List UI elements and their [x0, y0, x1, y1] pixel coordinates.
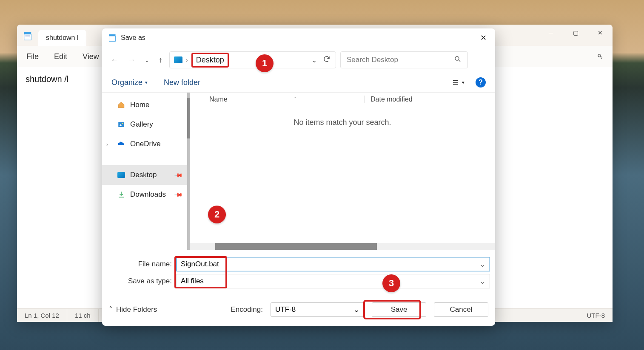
cancel-button[interactable]: Cancel	[434, 302, 488, 317]
new-folder-button[interactable]: New folder	[164, 78, 200, 87]
nav-item-desktop[interactable]: Desktop 📌	[102, 165, 187, 185]
empty-message: No items match your search.	[190, 118, 495, 127]
chevron-down-icon[interactable]: ⌄	[479, 260, 485, 269]
notepad-tab[interactable]: shutdown l	[38, 30, 86, 46]
filetype-select[interactable]: All files ⌄	[176, 274, 490, 288]
save-label: Save	[391, 305, 407, 314]
svg-point-14	[122, 123, 123, 124]
chevron-down-icon[interactable]: ⌄	[479, 277, 485, 286]
onedrive-icon	[117, 140, 125, 148]
bottom-row: ˄ Hide Folders Encoding: UTF-8 ⌄ Save Ca…	[102, 294, 495, 326]
saveas-titlebar: Save as ✕	[102, 28, 495, 47]
notepad-icon	[108, 34, 117, 42]
pin-icon: 📌	[174, 170, 183, 180]
filename-value: SignOut.bat	[181, 260, 219, 268]
menu-edit[interactable]: Edit	[54, 52, 67, 61]
nav-label: OneDrive	[130, 140, 161, 148]
menu-file[interactable]: File	[26, 52, 39, 61]
hide-folders-label: Hide Folders	[116, 305, 157, 314]
home-icon	[117, 101, 125, 109]
pin-icon: 📌	[174, 190, 183, 199]
cancel-label: Cancel	[450, 305, 473, 314]
chevron-down-icon: ⌄	[353, 305, 359, 314]
chevron-right-icon[interactable]: ›	[106, 141, 108, 147]
download-icon	[117, 191, 125, 198]
filename-label: File name:	[107, 260, 176, 268]
save-button[interactable]: Save	[372, 302, 426, 317]
address-dropdown-icon[interactable]: ⌄	[311, 56, 317, 64]
notepad-tab-label: shutdown l	[46, 34, 79, 41]
status-encoding: UTF-8	[579, 309, 613, 322]
status-cursor: Ln 1, Col 12	[17, 309, 67, 322]
hide-folders-button[interactable]: ˄ Hide Folders	[109, 305, 157, 314]
nav-label: Home	[130, 101, 149, 109]
back-arrow-icon[interactable]: ←	[111, 56, 118, 65]
filename-input[interactable]: SignOut.bat ⌄	[176, 257, 490, 271]
view-button[interactable]: ▾	[452, 79, 464, 86]
filetype-label: Save as type:	[107, 277, 176, 285]
notepad-window-controls: ─ ▢ ✕	[539, 25, 613, 41]
search-placeholder: Search Desktop	[347, 56, 398, 64]
status-chars: 11 ch	[67, 309, 99, 322]
sort-indicator-icon: ˄	[294, 96, 296, 102]
column-date[interactable]: Date modified	[364, 96, 495, 103]
nav-item-downloads[interactable]: Downloads 📌	[102, 185, 187, 204]
help-button[interactable]: ?	[476, 77, 486, 88]
filetype-value: All files	[181, 277, 204, 285]
breadcrumb-separator-icon: ›	[186, 56, 188, 63]
file-list-area: Name ˄ Date modified No items match your…	[190, 93, 495, 250]
nav-divider	[107, 160, 182, 160]
forward-arrow-icon[interactable]: →	[128, 56, 135, 65]
maximize-button[interactable]: ▢	[563, 25, 588, 41]
column-name[interactable]: Name	[209, 96, 228, 103]
nav-label: Desktop	[130, 171, 157, 179]
annotation-callout-3: 3	[382, 274, 400, 292]
close-button[interactable]: ✕	[474, 31, 493, 45]
organize-button[interactable]: Organize ▾	[111, 78, 148, 87]
chevron-up-icon: ˄	[109, 305, 113, 314]
nav-item-home[interactable]: Home	[102, 95, 187, 115]
nav-item-gallery[interactable]: Gallery	[102, 115, 187, 134]
desktop-icon	[117, 172, 125, 178]
annotation-callout-1: 1	[256, 54, 274, 72]
saveas-title: Save as	[121, 34, 145, 42]
organize-label: Organize	[111, 78, 142, 87]
annotation-callout-2: 2	[208, 206, 226, 223]
minimize-button[interactable]: ─	[539, 25, 563, 41]
encoding-select[interactable]: UTF-8 ⌄	[271, 302, 364, 317]
recent-chevron-icon[interactable]: ⌄	[145, 57, 149, 63]
chevron-down-icon: ▾	[145, 80, 148, 85]
svg-rect-12	[118, 122, 124, 127]
gallery-icon	[117, 121, 125, 128]
svg-rect-5	[109, 34, 116, 36]
chevron-down-icon: ▾	[462, 80, 464, 85]
encoding-value: UTF-8	[275, 305, 296, 314]
up-arrow-icon[interactable]: ↑	[159, 56, 162, 65]
refresh-icon[interactable]	[323, 55, 331, 65]
address-bar[interactable]: › Desktop ⌄	[169, 51, 336, 68]
nav-label: Downloads	[130, 190, 166, 199]
close-button[interactable]: ✕	[588, 25, 613, 41]
saveas-dialog: Save as ✕ ← → ⌄ ↑ › Desktop ⌄ Search Des…	[102, 28, 495, 326]
svg-point-7	[455, 56, 459, 60]
horizontal-scrollbar[interactable]	[190, 243, 495, 250]
menu-view[interactable]: View	[83, 52, 99, 61]
navigation-pane: Home Gallery › OneDrive Desktop 📌 Downlo…	[102, 93, 190, 250]
column-headers: Name ˄ Date modified	[190, 93, 495, 106]
search-input[interactable]: Search Desktop	[340, 51, 468, 68]
svg-line-8	[459, 60, 460, 62]
settings-gear-icon[interactable]	[596, 52, 603, 61]
notepad-content: shutdown /l	[26, 74, 68, 84]
nav-row: ← → ⌄ ↑ › Desktop ⌄ Search Desktop	[102, 47, 495, 73]
scroll-thumb[interactable]	[215, 243, 377, 250]
content-area: Home Gallery › OneDrive Desktop 📌 Downlo…	[102, 92, 495, 250]
desktop-icon	[174, 56, 182, 63]
breadcrumb-desktop[interactable]: Desktop	[191, 53, 229, 68]
search-icon	[454, 55, 462, 65]
nav-label: Gallery	[130, 120, 153, 129]
toolbar-row: Organize ▾ New folder ▾ ?	[102, 73, 495, 92]
svg-rect-6	[109, 36, 116, 42]
nav-item-onedrive[interactable]: › OneDrive	[102, 134, 187, 154]
svg-rect-0	[24, 32, 31, 34]
notepad-app-icon	[23, 31, 32, 41]
